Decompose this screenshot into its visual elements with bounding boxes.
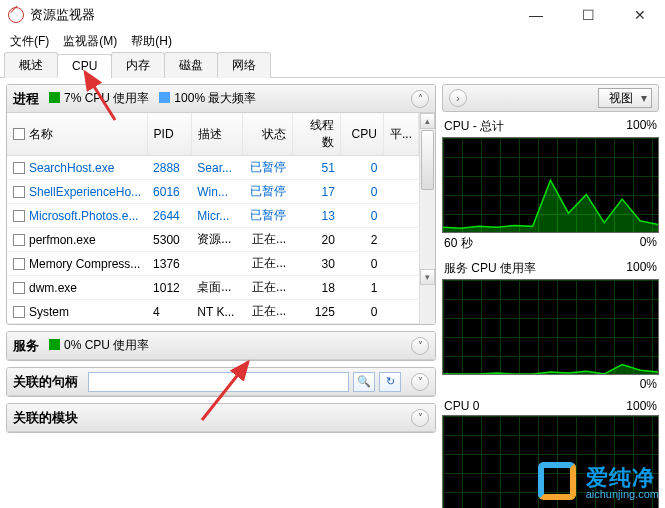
checkbox-icon[interactable] [13, 258, 25, 270]
col-threads[interactable]: 线程数 [292, 113, 341, 156]
app-icon [8, 7, 24, 23]
table-row[interactable]: dwm.exe1012桌面...正在...181 [7, 276, 419, 300]
checkbox-icon[interactable] [13, 186, 25, 198]
side-header: › 视图 [442, 84, 659, 112]
tab-disk[interactable]: 磁盘 [164, 52, 218, 78]
panel-processes: 进程 7% CPU 使用率 100% 最大频率 ˄ 名称 [6, 84, 436, 325]
menu-file[interactable]: 文件(F) [6, 31, 53, 52]
chart [442, 137, 659, 233]
chart-block: CPU - 总计100%60 秒0% [442, 118, 659, 252]
chart-title: 服务 CPU 使用率 [444, 260, 536, 277]
chevron-right-icon[interactable]: › [449, 89, 467, 107]
chart-right-label: 100% [626, 118, 657, 135]
col-name[interactable]: 名称 [7, 113, 147, 156]
chevron-up-icon[interactable]: ˄ [411, 90, 429, 108]
chevron-down-icon[interactable]: ˅ [411, 337, 429, 355]
refresh-icon[interactable]: ↻ [379, 372, 401, 392]
col-status[interactable]: 状态 [243, 113, 293, 156]
tabstrip: 概述 CPU 内存 磁盘 网络 [0, 52, 665, 78]
chart-block: CPU 0100% [442, 399, 659, 508]
scroll-up-icon[interactable]: ▴ [420, 113, 435, 129]
chart [442, 415, 659, 508]
cpu-freq-indicator: 100% 最大频率 [159, 90, 256, 107]
table-row[interactable]: perfmon.exe5300资源...正在...202 [7, 228, 419, 252]
chart-right-label: 100% [626, 399, 657, 413]
square-icon [159, 92, 170, 103]
table-row[interactable]: Microsoft.Photos.e...2644Micr...已暂停130 [7, 204, 419, 228]
menu-monitor[interactable]: 监视器(M) [59, 31, 121, 52]
panel-handles: 关联的句柄 🔍 ↻ ˅ [6, 367, 436, 397]
close-button[interactable]: ✕ [623, 7, 657, 23]
chart [442, 279, 659, 375]
col-cpu[interactable]: CPU [341, 113, 384, 156]
svg-marker-0 [443, 180, 658, 232]
checkbox-icon[interactable] [13, 128, 25, 140]
maximize-button[interactable]: ☐ [571, 7, 605, 23]
checkbox-icon[interactable] [13, 234, 25, 246]
search-icon[interactable]: 🔍 [353, 372, 375, 392]
scroll-thumb[interactable] [421, 130, 434, 190]
tab-memory[interactable]: 内存 [111, 52, 165, 78]
checkbox-icon[interactable] [13, 162, 25, 174]
table-row[interactable]: ShellExperienceHo...6016Win...已暂停170 [7, 180, 419, 204]
panel-modules: 关联的模块 ˅ [6, 403, 436, 433]
panel-modules-header[interactable]: 关联的模块 ˅ [7, 404, 435, 432]
col-pid[interactable]: PID [147, 113, 191, 156]
chart-title: CPU 0 [444, 399, 479, 413]
titlebar: 资源监视器 — ☐ ✕ [0, 0, 665, 30]
chart-right-label: 100% [626, 260, 657, 277]
chart-title: CPU - 总计 [444, 118, 504, 135]
svg-marker-1 [443, 365, 658, 374]
square-icon [49, 339, 60, 350]
cpu-usage-indicator: 7% CPU 使用率 [49, 90, 149, 107]
scroll-down-icon[interactable]: ▾ [420, 269, 435, 285]
window-title: 资源监视器 [30, 6, 95, 24]
checkbox-icon[interactable] [13, 306, 25, 318]
panel-services-title: 服务 [13, 337, 39, 355]
scrollbar[interactable]: ▴ ▾ [419, 113, 435, 324]
table-row[interactable]: System4NT K...正在...1250 [7, 300, 419, 324]
col-avg[interactable]: 平... [383, 113, 418, 156]
table-row[interactable]: SearchHost.exe2888Sear...已暂停510 [7, 156, 419, 180]
menubar: 文件(F) 监视器(M) 帮助(H) [0, 30, 665, 52]
chart-footer-left: 60 秒 [444, 235, 473, 252]
checkbox-icon[interactable] [13, 210, 25, 222]
chevron-down-icon[interactable]: ˅ [411, 373, 429, 391]
panel-services-header[interactable]: 服务 0% CPU 使用率 ˅ [7, 332, 435, 360]
panel-modules-title: 关联的模块 [13, 409, 78, 427]
tab-cpu[interactable]: CPU [57, 54, 112, 78]
tab-network[interactable]: 网络 [217, 52, 271, 78]
panel-processes-title: 进程 [13, 90, 39, 108]
tab-overview[interactable]: 概述 [4, 52, 58, 78]
menu-help[interactable]: 帮助(H) [127, 31, 176, 52]
table-header-row: 名称 PID 描述 状态 线程数 CPU 平... [7, 113, 419, 156]
checkbox-icon[interactable] [13, 282, 25, 294]
minimize-button[interactable]: — [519, 7, 553, 23]
window-controls: — ☐ ✕ [519, 7, 657, 23]
panel-handles-title: 关联的句柄 [13, 373, 78, 391]
services-usage-indicator: 0% CPU 使用率 [49, 337, 149, 354]
panel-processes-header[interactable]: 进程 7% CPU 使用率 100% 最大频率 ˄ [7, 85, 435, 113]
panel-services: 服务 0% CPU 使用率 ˅ [6, 331, 436, 361]
handles-search-input[interactable] [88, 372, 349, 392]
view-dropdown[interactable]: 视图 [598, 88, 652, 108]
chevron-down-icon[interactable]: ˅ [411, 409, 429, 427]
square-icon [49, 92, 60, 103]
chart-block: 服务 CPU 使用率100%0% [442, 260, 659, 391]
chart-footer-right: 0% [640, 235, 657, 252]
table-row[interactable]: Memory Compress...1376正在...300 [7, 252, 419, 276]
col-desc[interactable]: 描述 [191, 113, 242, 156]
processes-table: 名称 PID 描述 状态 线程数 CPU 平... SearchHost.exe… [7, 113, 419, 324]
chart-footer-right: 0% [640, 377, 657, 391]
panel-handles-header[interactable]: 关联的句柄 🔍 ↻ ˅ [7, 368, 435, 396]
